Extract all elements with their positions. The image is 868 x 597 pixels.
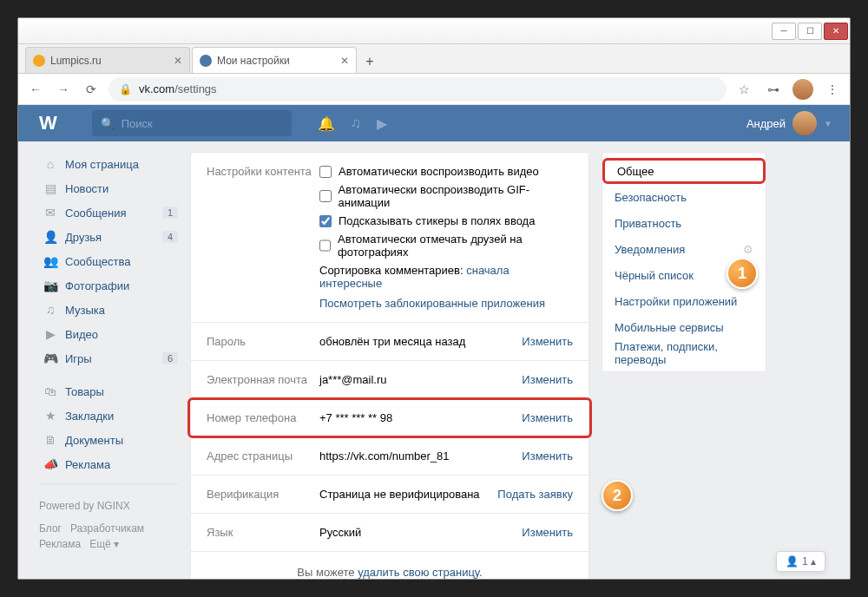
section-general[interactable]: Общее [602,158,766,184]
row-label: Пароль [207,335,319,348]
nav-ads[interactable]: 📣Реклама [39,452,178,476]
reload-button[interactable]: ⟳ [81,79,102,100]
address-bar[interactable]: 🔒 vk.com/settings [108,77,727,102]
row-label: Номер телефона [207,411,319,424]
section-label: Чёрный список [615,269,694,282]
check-auto-tag[interactable]: Автоматически отмечать друзей на фотогра… [319,233,573,259]
messages-icon: ✉ [43,206,58,220]
nav-bookmarks[interactable]: ★Закладки [39,403,178,428]
maximize-button[interactable]: ☐ [798,23,822,40]
change-password-link[interactable]: Изменить [522,335,573,348]
url-host: vk.com [139,82,174,95]
people-icon: 👤 [786,555,799,567]
close-tab-icon[interactable]: ✕ [174,55,182,67]
blocked-apps-link[interactable]: Посмотреть заблокированные приложения [319,297,573,310]
gear-icon[interactable]: ⚙ [743,243,753,256]
search-input[interactable]: 🔍 Поиск [92,110,292,136]
new-tab-button[interactable]: + [358,50,381,73]
nav-label: Музыка [65,304,105,317]
nav-documents[interactable]: 🗎Документы [39,428,178,452]
section-mobile[interactable]: Мобильные сервисы [602,314,766,340]
tab-settings[interactable]: Мои настройки ✕ [192,47,357,73]
nav-label: Моя страница [65,158,139,171]
nav-footer: Powered by NGINX Блог Разработчикам Рекл… [39,498,178,552]
change-phone-link[interactable]: Изменить [522,411,573,424]
music-icon[interactable]: ♫ [351,115,361,132]
back-button[interactable]: ← [25,79,46,100]
check-label: Автоматически отмечать друзей на фотогра… [338,233,573,259]
friends-online-popup[interactable]: 👤 1 ▴ [776,551,825,572]
chevron-down-icon: ▼ [824,119,832,128]
vk-logo[interactable]: W [39,112,57,134]
section-label: Мобильные сервисы [615,321,724,334]
documents-icon: 🗎 [43,433,58,447]
powered-by: Powered by NGINX [39,498,178,514]
verify-link[interactable]: Подать заявку [497,488,573,501]
section-payments[interactable]: Платежи, подписки, переводы [602,340,766,366]
section-security[interactable]: Безопасность [602,184,766,210]
tab-strip: Lumpics.ru ✕ Мои настройки ✕ + [18,44,850,74]
section-label: Платежи, подписки, переводы [615,340,753,366]
tab-lumpics[interactable]: Lumpics.ru ✕ [25,47,190,73]
row-email: Электронная почта ja***@mail.ru Изменить [191,360,589,398]
footer-ads[interactable]: Реклама [39,538,81,550]
section-label: Безопасность [615,191,687,204]
nav-label: Сообщения [65,207,127,220]
nav-label: Реклама [65,458,110,471]
check-autoplay-gif[interactable]: Автоматически воспроизводить GIF-анимаци… [319,183,573,209]
key-icon[interactable]: ⊶ [763,79,784,100]
close-tab-icon[interactable]: ✕ [340,55,349,67]
nav-friends[interactable]: 👤Друзья4 [39,225,178,249]
nav-photos[interactable]: 📷Фотографии [39,273,178,298]
badge: 6 [162,352,178,364]
change-url-link[interactable]: Изменить [522,449,573,463]
row-password: Пароль обновлён три месяца назад Изменит… [191,322,589,360]
checkbox[interactable] [319,239,331,252]
nav-news[interactable]: ▤Новости [39,176,178,200]
checkbox[interactable] [319,190,332,202]
profile-avatar[interactable] [792,79,813,100]
video-icon: ▶ [43,327,58,341]
nav-messages[interactable]: ✉Сообщения1 [39,200,178,225]
row-label: Адрес страницы [207,449,319,463]
row-lang: Язык Русский Изменить [191,513,589,551]
url-path: /settings [174,82,216,95]
nav-music[interactable]: ♫Музыка [39,298,178,322]
footer-devs[interactable]: Разработчикам [70,522,144,535]
footer-more[interactable]: Ещё ▾ [89,538,119,550]
check-sticker-suggest[interactable]: Подсказывать стикеры в полях ввода [319,214,573,227]
section-app-settings[interactable]: Настройки приложений [602,288,766,314]
check-autoplay-video[interactable]: Автоматически воспроизводить видео [319,165,573,178]
nav-my-page[interactable]: ⌂Моя страница [39,152,178,176]
nav-label: Документы [65,434,123,447]
footer-blog[interactable]: Блог [39,522,62,535]
row-value: +7 *** *** ** 98 [319,411,515,424]
left-nav: ⌂Моя страница ▤Новости ✉Сообщения1 👤Друз… [39,152,178,552]
delete-page-link[interactable]: удалить свою страницу. [358,566,483,579]
change-lang-link[interactable]: Изменить [522,526,573,539]
notifications-icon[interactable]: 🔔 [318,115,335,132]
menu-button[interactable]: ⋮ [822,79,843,100]
close-window-button[interactable]: ✕ [824,23,848,40]
music-nav-icon: ♫ [43,303,58,317]
checkbox[interactable] [319,166,332,178]
star-icon[interactable]: ☆ [733,79,754,100]
play-icon[interactable]: ▶ [377,115,387,132]
comment-sort: Сортировка комментариев: сначала интерес… [319,264,573,290]
section-privacy[interactable]: Приватность [602,210,766,236]
minimize-button[interactable]: ─ [772,23,796,40]
nav-market[interactable]: 🛍Товары [39,379,178,403]
ads-icon: 📣 [43,457,58,471]
row-value: https://vk.com/number_81 [319,449,515,463]
change-email-link[interactable]: Изменить [522,373,573,386]
nav-label: Новости [65,182,108,195]
nav-games[interactable]: 🎮Игры6 [39,346,178,371]
nav-communities[interactable]: 👥Сообщества [39,249,178,273]
checkbox[interactable] [319,215,332,227]
forward-button[interactable]: → [53,79,74,100]
user-menu[interactable]: Андрей ▼ [746,111,832,135]
section-label: Приватность [615,217,681,230]
user-name: Андрей [746,117,786,130]
nav-video[interactable]: ▶Видео [39,322,178,346]
market-icon: 🛍 [43,384,58,398]
